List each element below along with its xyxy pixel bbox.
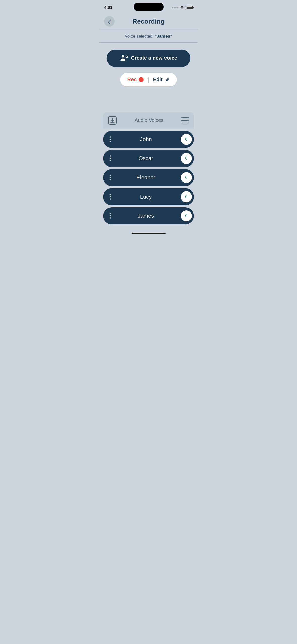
voice-item-oscar[interactable]: Oscar 0 [103, 150, 194, 167]
audio-voices-header: Audio Voices [103, 112, 194, 129]
dot-2 [110, 215, 111, 216]
menu-line-2 [181, 120, 189, 121]
nav-header: Recording [99, 14, 198, 30]
pencil-icon [165, 77, 170, 82]
rec-dot-icon [139, 77, 144, 82]
page-title: Recording [115, 18, 182, 25]
voice-name: James [113, 213, 179, 219]
status-time: 4:01 [104, 5, 112, 10]
status-bar: 4:01 [99, 0, 198, 14]
voice-selected-name: "James" [155, 34, 172, 39]
voice-dots-button[interactable] [108, 192, 113, 202]
menu-lines-icon[interactable] [181, 117, 189, 123]
pipe-divider: | [148, 76, 149, 83]
edit-section: Edit [153, 77, 170, 82]
dot-3 [110, 179, 111, 180]
dot-1 [110, 213, 111, 214]
signal-icon [172, 7, 178, 8]
dot-2 [110, 196, 111, 197]
home-indicator [132, 233, 166, 234]
dot-1 [110, 155, 111, 157]
voice-item-john[interactable]: John 0 [103, 131, 194, 148]
voice-name: Oscar [113, 155, 179, 162]
voice-selected-prefix: Voice selected: [125, 34, 155, 39]
edit-label-text: Edit [153, 77, 163, 82]
battery-icon [186, 6, 193, 9]
voice-item-james[interactable]: James 0 [103, 207, 194, 224]
voice-name: Lucy [113, 194, 179, 200]
person-wave-icon [120, 54, 128, 62]
voice-name: Eleanor [113, 174, 179, 181]
dot-2 [110, 139, 111, 140]
voice-list: John 0 Oscar 0 Eleanor 0 L [103, 129, 194, 230]
dot-2 [110, 177, 111, 178]
voice-count-badge: 0 [181, 153, 192, 164]
audio-voices-section: Audio Voices John 0 Oscar [99, 112, 198, 230]
create-voice-label: Create a new voice [131, 55, 177, 61]
menu-line-3 [181, 123, 189, 123]
svg-point-0 [122, 55, 124, 58]
voice-count-badge: 0 [181, 191, 192, 202]
voice-item-lucy[interactable]: Lucy 0 [103, 188, 194, 205]
dot-1 [110, 194, 111, 195]
rec-edit-bar[interactable]: Rec | Edit [120, 72, 177, 87]
dot-3 [110, 198, 111, 200]
main-content: Create a new voice Rec | Edit [99, 43, 198, 92]
dot-1 [110, 136, 111, 138]
dot-3 [110, 141, 111, 142]
voice-item-eleanor[interactable]: Eleanor 0 [103, 169, 194, 186]
back-chevron-icon [108, 19, 112, 24]
voice-name: John [113, 136, 179, 143]
wifi-icon [180, 6, 184, 9]
voice-count-badge: 0 [181, 172, 192, 183]
back-button[interactable] [104, 16, 115, 27]
dot-3 [110, 160, 111, 161]
voice-dots-button[interactable] [108, 211, 113, 221]
voice-selected-bar: Voice selected: "James" [99, 30, 198, 43]
voice-dots-button[interactable] [108, 173, 113, 182]
rec-label-text: Rec [127, 77, 137, 82]
dot-3 [110, 217, 111, 219]
voice-count-badge: 0 [181, 210, 192, 221]
dot-2 [110, 158, 111, 159]
dynamic-island [134, 3, 164, 11]
status-icons [172, 6, 193, 9]
audio-voices-container: Audio Voices John 0 Oscar [103, 112, 194, 230]
voice-dots-button[interactable] [108, 153, 113, 163]
create-voice-button[interactable]: Create a new voice [107, 50, 190, 67]
rec-section: Rec [127, 77, 144, 82]
menu-line-1 [181, 117, 189, 118]
audio-voices-title: Audio Voices [120, 117, 178, 123]
dot-1 [110, 175, 111, 176]
download-icon [108, 116, 117, 125]
voice-count-badge: 0 [181, 134, 192, 145]
voice-dots-button[interactable] [108, 134, 113, 144]
